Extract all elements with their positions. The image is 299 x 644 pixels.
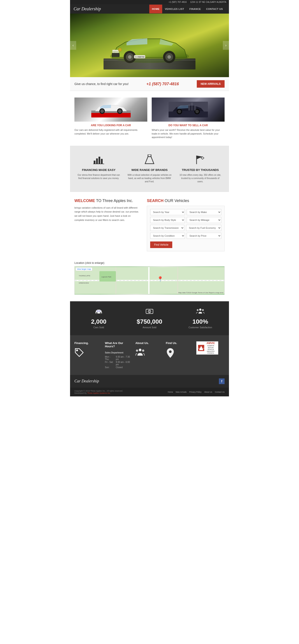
svg-point-66 xyxy=(136,350,138,352)
search-row-2: Search by Body Style Search by Mileage xyxy=(150,217,221,223)
svg-marker-38 xyxy=(145,157,154,164)
features-section: FINANCING MADE EASY Our stress-free fina… xyxy=(70,146,229,192)
search-by-price[interactable]: Search by Price xyxy=(187,233,222,239)
stat-amount: $ $750,000 Amount Sold xyxy=(125,308,174,329)
developed-by-label: Developed By xyxy=(74,392,87,394)
svg-point-17 xyxy=(118,48,122,52)
map-roads-svg: Laycock Park THORNCLIFFE GREENVIEW xyxy=(75,266,224,294)
search-row-3: Search by Transmission Search by Fuel Ec… xyxy=(150,225,221,231)
hours-days-1: Fri - Sat: xyxy=(105,361,116,366)
feature-brands-title: WIDE RANGE OF BRANDS xyxy=(127,168,172,172)
road-icon xyxy=(144,154,155,164)
svg-text:THORNCLIFFE: THORNCLIFFE xyxy=(79,275,90,277)
main-nav: HOME VEHICLES LIST FINANCE CONTACT US xyxy=(149,4,226,13)
search-row-4: Search by Condition Search by Price xyxy=(150,233,221,239)
footer-financing-title: Financing. xyxy=(74,342,103,345)
svg-point-8 xyxy=(167,55,171,59)
map-section: Location (click to enlarge) Laycock Park… xyxy=(70,258,229,301)
footer-link-contact[interactable]: Contact Us xyxy=(215,391,225,393)
footer-links-bar: Copyright © 2019 Three Apples Inc.. All … xyxy=(70,388,229,396)
svg-rect-36 xyxy=(101,159,103,164)
footer-col-financing: Financing. xyxy=(74,342,103,369)
search-by-condition[interactable]: Search by Condition xyxy=(150,233,185,239)
svg-rect-10 xyxy=(113,50,118,51)
top-bar-phone: +1 (587) 707-4816 xyxy=(169,1,187,3)
people-icon xyxy=(196,308,205,315)
svg-rect-35 xyxy=(98,157,100,164)
nav-finance[interactable]: FINANCE xyxy=(187,4,203,13)
footer-link-home[interactable]: Home xyxy=(168,391,173,393)
svg-point-27 xyxy=(178,110,181,113)
hero-car-svg: S VM8700 xyxy=(103,21,196,70)
nav-contact[interactable]: CONTACT US xyxy=(204,4,226,13)
feature-trusted: TRUSTED BY THOUSANDS 10 new offers every… xyxy=(176,152,225,186)
footer-links: Home New Arrivals Privacy Policy About U… xyxy=(168,391,225,393)
financing-icon xyxy=(77,154,121,166)
hero-section: S VM8700 ‹ › xyxy=(70,14,229,77)
promo-bar: Give us chance, to find right car for yo… xyxy=(70,77,229,91)
svg-rect-25 xyxy=(169,112,208,118)
svg-rect-31 xyxy=(191,103,193,111)
search-by-make[interactable]: Search by Make xyxy=(187,209,222,215)
amount-icon: $ xyxy=(145,308,154,316)
footer-col-find: Find Us. xyxy=(166,342,194,369)
search-form: Search by Year Search by Make Search by … xyxy=(147,206,225,251)
svg-point-68 xyxy=(169,350,172,353)
search-heading-red: SEARCH xyxy=(147,198,164,203)
feature-financing: FINANCING MADE EASY Our stress-free fina… xyxy=(74,152,123,186)
search-by-transmission[interactable]: Search by Transmission xyxy=(150,225,184,231)
footer-col-hours: What Are Our Hours? Sales Department Mon… xyxy=(105,342,133,369)
footer-col-amvic: AMVIC ALBERTA MOTOR VEHICLEINDUSTRY COUN… xyxy=(196,342,225,369)
nav-home[interactable]: HOME xyxy=(149,4,162,13)
map-view-larger[interactable]: View larger map xyxy=(75,267,92,271)
welcome-search-section: WELCOME TO Three Apples Inc. brings vari… xyxy=(70,192,229,258)
svg-point-62 xyxy=(197,309,199,311)
hours-time-2: Closed xyxy=(116,366,133,369)
footer-link-about[interactable]: About Us xyxy=(204,391,212,393)
card-selling-desc: What's your car worth? Receive the absol… xyxy=(152,128,225,139)
new-arrivals-button[interactable]: New Arrivals xyxy=(197,80,225,88)
map-box[interactable]: Laycock Park THORNCLIFFE GREENVIEW 📍 Vie… xyxy=(74,266,225,295)
footer-hours-title: What Are Our Hours? xyxy=(105,342,133,348)
bar-chart-icon xyxy=(93,154,104,164)
footer-brand-bar: Car Dealership f xyxy=(70,375,229,388)
stat-amount-number: $750,000 xyxy=(137,318,162,325)
search-by-mileage[interactable]: Search by Mileage xyxy=(187,217,222,223)
facebook-icon[interactable]: f xyxy=(219,378,225,384)
hours-row-2: Sun: Closed xyxy=(105,366,133,369)
footer-copyright: Copyright © 2019 Three Apples Inc.. All … xyxy=(74,390,123,394)
feature-financing-title: FINANCING MADE EASY xyxy=(77,168,121,172)
footer-link-new-arrivals[interactable]: New Arrivals xyxy=(176,391,187,393)
search-by-fuel-economy[interactable]: Search by Fuel Economy xyxy=(186,225,221,231)
svg-point-23 xyxy=(118,109,121,113)
footer-link-privacy[interactable]: Privacy Policy xyxy=(189,391,201,393)
nav-vehicles-list[interactable]: VEHICLES LIST xyxy=(162,4,187,13)
developed-by-link[interactable]: Three Apples Systems Inc. xyxy=(87,392,111,394)
search-column: SEARCH OUR Vehicles Search by Year Searc… xyxy=(147,198,225,251)
search-by-year[interactable]: Search by Year xyxy=(150,209,185,215)
people-group-icon xyxy=(135,348,145,358)
svg-text:GREENVIEW: GREENVIEW xyxy=(79,282,89,284)
card-image-looking xyxy=(74,98,147,122)
footer-top: Financing. What Are Our Hours? Sales Dep… xyxy=(70,335,229,375)
svg-point-54 xyxy=(96,312,98,314)
top-bar-address: 1234 11 ST NE CALGARY ALBERTA xyxy=(190,1,226,3)
money-icon: $ xyxy=(145,308,154,315)
find-vehicle-button[interactable]: Find Vehicle xyxy=(150,242,172,248)
svg-rect-34 xyxy=(96,158,98,164)
footer-hours-dept: Sales Department xyxy=(105,351,133,354)
svg-text:$: $ xyxy=(149,310,150,313)
hero-prev-arrow[interactable]: ‹ xyxy=(70,41,76,50)
footer-col-about: About Us. xyxy=(135,342,164,369)
svg-rect-14 xyxy=(112,56,119,56)
stats-section: 2,000 Cars Sold $ $750,000 Amount Sold 1… xyxy=(70,301,229,335)
svg-text:Laycock Park: Laycock Park xyxy=(101,276,111,278)
map-label[interactable]: Location (click to enlarge) xyxy=(74,262,225,264)
about-footer-icon xyxy=(135,348,164,359)
hero-next-arrow[interactable]: › xyxy=(223,41,229,50)
search-heading: SEARCH OUR Vehicles xyxy=(147,198,225,203)
card-selling-title: DO YOU WANT TO SELL A CAR xyxy=(152,124,225,127)
svg-rect-12 xyxy=(112,54,119,54)
svg-point-21 xyxy=(100,109,104,113)
search-by-body-style[interactable]: Search by Body Style xyxy=(150,217,185,223)
